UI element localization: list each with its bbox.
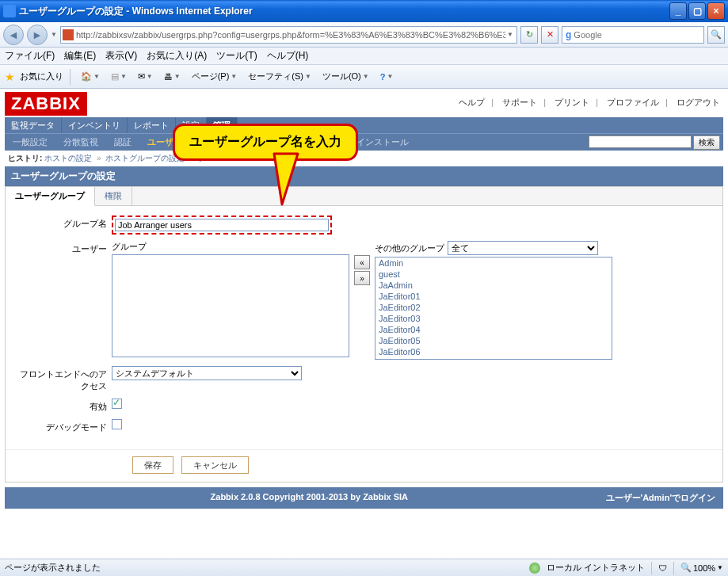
- zone-icon: [529, 563, 540, 574]
- back-button[interactable]: ◄: [3, 25, 24, 45]
- save-button[interactable]: 保存: [132, 456, 173, 474]
- list-item[interactable]: JaAdmin: [375, 280, 612, 291]
- link-print[interactable]: プリント: [555, 97, 589, 107]
- nav-monitoring[interactable]: 監視データ: [5, 117, 62, 133]
- cancel-button[interactable]: キャンセル: [181, 456, 249, 474]
- home-icon: 🏠: [81, 71, 92, 82]
- subnav-dm[interactable]: 分散監視: [55, 133, 106, 151]
- page-content: ZABBIX ヘルプ| サポート| プリント| プロファイル| ログアウト 監視…: [0, 89, 728, 559]
- menu-help[interactable]: ヘルプ(H): [267, 49, 309, 63]
- list-item[interactable]: JaEditor03: [375, 313, 612, 324]
- sub-nav: 一般設定 分散監視 認証 ユーザー インストール 検索: [5, 133, 723, 151]
- debug-checkbox[interactable]: [112, 419, 122, 429]
- safety-menu[interactable]: セーフティ(S)▼: [244, 68, 315, 86]
- menu-edit[interactable]: 編集(E): [64, 49, 96, 63]
- zoom-dropdown-icon[interactable]: ▼: [717, 564, 723, 571]
- login-text[interactable]: ユーザー'Admin'でログイン: [606, 492, 715, 504]
- home-button[interactable]: 🏠▼: [77, 68, 104, 86]
- refresh-button[interactable]: ↻: [520, 26, 538, 44]
- group-name-input[interactable]: [115, 219, 329, 231]
- zabbix-search-input[interactable]: [589, 135, 692, 148]
- tools-menu[interactable]: ツール(O)▼: [318, 68, 373, 86]
- breadcrumb-item[interactable]: ホストの設定: [44, 154, 92, 162]
- subnav-general[interactable]: 一般設定: [5, 133, 55, 151]
- link-profile[interactable]: プロファイル: [607, 97, 659, 107]
- list-item[interactable]: JaEditor07: [375, 357, 612, 360]
- link-help[interactable]: ヘルプ: [459, 97, 485, 107]
- feeds-button[interactable]: ▤▼: [107, 68, 131, 86]
- favorites-star-icon[interactable]: ★: [5, 71, 15, 83]
- link-logout[interactable]: ログアウト: [677, 97, 720, 107]
- subnav-auth[interactable]: 認証: [106, 133, 139, 151]
- enabled-checkbox[interactable]: [112, 399, 122, 409]
- zabbix-search-button[interactable]: 検索: [693, 135, 720, 150]
- list-item[interactable]: JaEditor06: [375, 346, 612, 357]
- url-input[interactable]: [76, 30, 505, 40]
- ie-app-icon: [3, 5, 16, 17]
- mail-icon: ✉: [138, 71, 145, 82]
- address-bar[interactable]: ▼: [60, 26, 517, 44]
- print-button[interactable]: 🖶▼: [160, 68, 185, 86]
- search-input[interactable]: [574, 30, 700, 40]
- breadcrumb: ヒストリ: ホストの設定 » ホストグループの設定 » ダ: [5, 151, 723, 166]
- annotation-callout: ユーザーグループ名を入力: [173, 124, 358, 161]
- nav-reports[interactable]: レポート: [128, 117, 176, 133]
- status-text: ページが表示されました: [5, 562, 529, 574]
- zoom-control[interactable]: 🔍 100% ▼: [680, 563, 723, 573]
- list-item[interactable]: JaEditor01: [375, 291, 612, 302]
- frontend-access-label: フロントエンドへのアクセス: [17, 366, 112, 392]
- group-name-highlight: [112, 216, 332, 235]
- favorites-label[interactable]: お気に入り: [20, 71, 63, 82]
- footer: Zabbix 2.0.8 Copyright 2001-2013 by Zabb…: [5, 487, 723, 509]
- group-filter-select[interactable]: 全て: [448, 241, 598, 255]
- move-left-button[interactable]: «: [354, 255, 370, 269]
- list-item[interactable]: JaEditor02: [375, 302, 612, 313]
- tab-permissions[interactable]: 権限: [95, 187, 132, 205]
- list-item[interactable]: JaEditor05: [375, 335, 612, 346]
- url-dropdown-icon[interactable]: ▼: [507, 31, 513, 38]
- search-go-button[interactable]: 🔍: [707, 26, 725, 44]
- google-icon: g: [566, 29, 571, 40]
- stop-button[interactable]: ✕: [541, 26, 558, 44]
- frontend-access-select[interactable]: システムデフォルト: [112, 366, 302, 380]
- enabled-label: 有効: [17, 399, 112, 413]
- other-groups-label: その他のグループ: [375, 242, 444, 254]
- mail-button[interactable]: ✉▼: [134, 68, 157, 86]
- debug-label: デバッグモード: [17, 419, 112, 433]
- breadcrumb-label: ヒストリ:: [8, 154, 42, 162]
- list-item[interactable]: guest: [375, 269, 612, 280]
- close-button[interactable]: ×: [707, 2, 725, 20]
- minimize-button[interactable]: _: [669, 2, 687, 20]
- subnav-install[interactable]: インストール: [349, 133, 417, 151]
- list-item[interactable]: Admin: [375, 257, 612, 269]
- zoom-value: 100%: [693, 563, 715, 573]
- window-titlebar: ユーザーグループの設定 - Windows Internet Explorer …: [0, 0, 728, 22]
- list-item[interactable]: JaEditor04: [375, 324, 612, 335]
- section-title: ユーザーグループの設定: [5, 166, 723, 186]
- nav-inventory[interactable]: インベントリ: [62, 117, 128, 133]
- help-button[interactable]: ?▼: [376, 68, 398, 86]
- main-nav: 監視データ インベントリ レポート 設定 管理: [5, 117, 723, 133]
- tab-usergroup[interactable]: ユーザーグループ: [6, 187, 95, 206]
- protected-mode-icon[interactable]: 🛡: [658, 563, 667, 573]
- security-zone[interactable]: ローカル イントラネット: [547, 562, 645, 574]
- move-right-button[interactable]: »: [354, 271, 370, 285]
- ie-toolbar: ★ お気に入り 🏠▼ ▤▼ ✉▼ 🖶▼ ページ(P)▼ セーフティ(S)▼ ツー…: [0, 65, 728, 89]
- copyright-text: Zabbix 2.0.8 Copyright 2001-2013 by Zabb…: [211, 492, 408, 504]
- menu-tools[interactable]: ツール(T): [216, 49, 257, 63]
- link-support[interactable]: サポート: [502, 97, 537, 107]
- in-group-listbox[interactable]: [112, 254, 349, 357]
- window-title: ユーザーグループの設定 - Windows Internet Explorer: [19, 5, 669, 18]
- maximize-button[interactable]: ▢: [688, 2, 706, 20]
- menu-favorites[interactable]: お気に入り(A): [147, 49, 207, 63]
- rss-icon: ▤: [111, 71, 119, 82]
- nav-dropdown-icon[interactable]: ▼: [51, 31, 57, 38]
- help-icon: ?: [380, 72, 386, 82]
- zabbix-logo[interactable]: ZABBIX: [5, 92, 87, 116]
- page-menu[interactable]: ページ(P)▼: [188, 68, 242, 86]
- menu-file[interactable]: ファイル(F): [5, 49, 55, 63]
- search-bar[interactable]: g: [562, 26, 704, 44]
- other-groups-listbox[interactable]: AdminguestJaAdminJaEditor01JaEditor02JaE…: [375, 257, 612, 360]
- forward-button[interactable]: ►: [27, 25, 48, 45]
- menu-view[interactable]: 表示(V): [105, 49, 137, 63]
